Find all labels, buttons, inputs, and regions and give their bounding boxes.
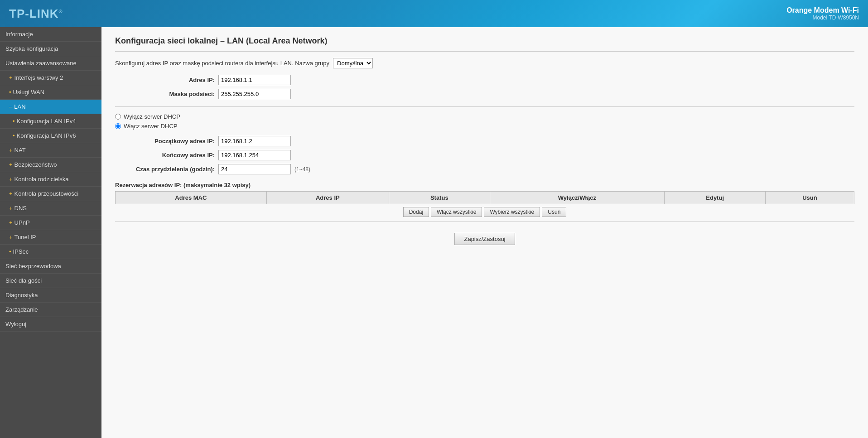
dhcp-disable-radio[interactable]: [115, 114, 121, 120]
poczatkowy-ip-label: Początkowy adres IP:: [115, 138, 215, 144]
dhcp-enable-radio[interactable]: [115, 123, 121, 129]
sidebar-item-nat[interactable]: +NAT: [0, 143, 101, 158]
sidebar-item-konfiguracja-lan-ipv4[interactable]: •Konfiguracja LAN IPv4: [0, 114, 101, 129]
logo-text: TP-LINK: [9, 7, 59, 20]
prefix-icon: +: [9, 234, 13, 241]
czas-hint: (1~48): [294, 166, 310, 173]
prefix-icon: •: [13, 132, 15, 139]
sidebar-item-tunel-ip[interactable]: +Tunel IP: [0, 230, 101, 245]
maska-podsieci-input[interactable]: [218, 89, 291, 99]
prefix-icon: +: [9, 74, 13, 81]
header: TP-LINK® Orange Modem Wi-Fi Model TD-W89…: [0, 0, 868, 27]
dhcp-fields-section: Początkowy adres IP: Końcowy adres IP: C…: [115, 136, 854, 174]
prefix-icon: +: [9, 205, 13, 212]
adres-ip-input[interactable]: [218, 75, 291, 85]
sidebar-item-siec-bezprzewodowa[interactable]: Sieć bezprzewodowa: [0, 259, 101, 274]
dhcp-enable-row: Włącz serwer DHCP: [115, 123, 854, 130]
sidebar-item-ustawienia-zaawansowane[interactable]: Ustawienia zaawansowane: [0, 56, 101, 71]
dhcp-section: Wyłącz serwer DHCP Włącz serwer DHCP: [115, 113, 854, 130]
description-text: Skonfiguruj adres IP oraz maskę podsieci…: [115, 60, 329, 67]
col-usun: Usuń: [765, 192, 854, 204]
main-content: Konfiguracja sieci lokalnej – LAN (Local…: [101, 27, 868, 438]
col-edytuj: Edytuj: [665, 192, 766, 204]
sidebar-item-zarzadzanie[interactable]: Zarządzanie: [0, 303, 101, 317]
dhcp-enable-label: Włącz serwer DHCP: [124, 123, 177, 130]
sidebar-item-bezpieczenstwo[interactable]: +Bezpieczeństwo: [0, 158, 101, 172]
koncowy-ip-label: Końcowy adres IP:: [115, 152, 215, 159]
prefix-icon: +: [9, 190, 13, 197]
dodaj-button[interactable]: Dodaj: [403, 207, 429, 217]
mid-divider: [115, 106, 854, 107]
prefix-icon: •: [13, 118, 15, 125]
sidebar: Informacje Szybka konfiguracja Ustawieni…: [0, 27, 101, 438]
prefix-icon: +: [9, 147, 13, 154]
adres-ip-label: Adres IP:: [115, 77, 215, 83]
prefix-icon: –: [9, 103, 12, 110]
reservation-label: Rezerwacja adresów IP: (maksymalnie 32 w…: [115, 182, 854, 188]
sidebar-item-dns[interactable]: +DNS: [0, 201, 101, 216]
reservation-table: Adres MAC Adres IP Status Wyłącz/Włącz E…: [115, 191, 854, 204]
prefix-icon: •: [9, 248, 11, 255]
logo-reg: ®: [59, 9, 63, 14]
device-info: Orange Modem Wi-Fi Model TD-W8950N: [786, 6, 859, 21]
maska-podsieci-row: Maska podsieci:: [115, 89, 854, 99]
czas-input[interactable]: [218, 164, 291, 174]
maska-podsieci-label: Maska podsieci:: [115, 91, 215, 97]
col-mac: Adres MAC: [116, 192, 267, 204]
poczatkowy-ip-row: Początkowy adres IP:: [115, 136, 854, 146]
device-model: Model TD-W8950N: [786, 14, 859, 21]
main-layout: Informacje Szybka konfiguracja Ustawieni…: [0, 27, 868, 438]
col-status: Status: [389, 192, 490, 204]
prefix-icon: +: [9, 219, 13, 226]
logo: TP-LINK®: [9, 7, 63, 21]
top-divider: [115, 51, 854, 52]
wybierz-wszystkie-button[interactable]: Wybierz wszystkie: [484, 207, 540, 217]
usun-button[interactable]: Usuń: [542, 207, 566, 217]
col-ip: Adres IP: [266, 192, 389, 204]
prefix-icon: •: [9, 89, 11, 96]
sidebar-item-ipsec[interactable]: •IPSec: [0, 245, 101, 259]
sidebar-item-siec-dla-gosci[interactable]: Sieć dla gości: [0, 274, 101, 288]
table-actions: Dodaj Włącz wszystkie Wybierz wszystkie …: [115, 207, 854, 217]
prefix-icon: +: [9, 176, 13, 183]
sidebar-item-wyloguj[interactable]: Wyloguj: [0, 317, 101, 332]
sidebar-item-upnp[interactable]: +UPnP: [0, 216, 101, 230]
sidebar-item-diagnostyka[interactable]: Diagnostyka: [0, 288, 101, 303]
sidebar-item-kontrola-rodzicielska[interactable]: +Kontrola rodzicielska: [0, 172, 101, 187]
koncowy-ip-input[interactable]: [218, 150, 291, 160]
sidebar-item-informacje[interactable]: Informacje: [0, 27, 101, 42]
wlacz-wszystkie-button[interactable]: Włącz wszystkie: [431, 207, 482, 217]
col-wylacz-wlacz: Wyłącz/Włącz: [490, 192, 665, 204]
sidebar-item-konfiguracja-lan-ipv6[interactable]: •Konfiguracja LAN IPv6: [0, 129, 101, 143]
table-section: Rezerwacja adresów IP: (maksymalnie 32 w…: [115, 182, 854, 217]
poczatkowy-ip-input[interactable]: [218, 136, 291, 146]
sidebar-item-szybka-konfiguracja[interactable]: Szybka konfiguracja: [0, 42, 101, 56]
save-button[interactable]: Zapisz/Zastosuj: [454, 233, 515, 245]
dhcp-disable-label: Wyłącz serwer DHCP: [124, 113, 180, 120]
czas-row: Czas przydzielenia (godzin): (1~48): [115, 164, 854, 174]
adres-ip-row: Adres IP:: [115, 75, 854, 85]
sidebar-item-lan[interactable]: –LAN: [0, 100, 101, 114]
device-name: Orange Modem Wi-Fi: [786, 6, 859, 14]
sidebar-item-kontrola-przepustowosci[interactable]: +Kontrola przepustowości: [0, 187, 101, 201]
description-row: Skonfiguruj adres IP oraz maskę podsieci…: [115, 58, 854, 68]
sidebar-item-uslugi-wan[interactable]: •Usługi WAN: [0, 85, 101, 100]
czas-label: Czas przydzielenia (godzin):: [115, 166, 215, 173]
dhcp-disable-row: Wyłącz serwer DHCP: [115, 113, 854, 120]
koncowy-ip-row: Końcowy adres IP:: [115, 150, 854, 160]
save-section: Zapisz/Zastosuj: [115, 233, 854, 245]
sidebar-item-interfejs-warstwy-2[interactable]: +Interfejs warstwy 2: [0, 71, 101, 85]
prefix-icon: +: [9, 161, 13, 168]
page-title: Konfiguracja sieci lokalnej – LAN (Local…: [115, 36, 854, 46]
ip-mask-section: Adres IP: Maska podsieci:: [115, 75, 854, 99]
group-name-select[interactable]: Domyślna: [333, 58, 373, 68]
bottom-divider: [115, 221, 854, 222]
